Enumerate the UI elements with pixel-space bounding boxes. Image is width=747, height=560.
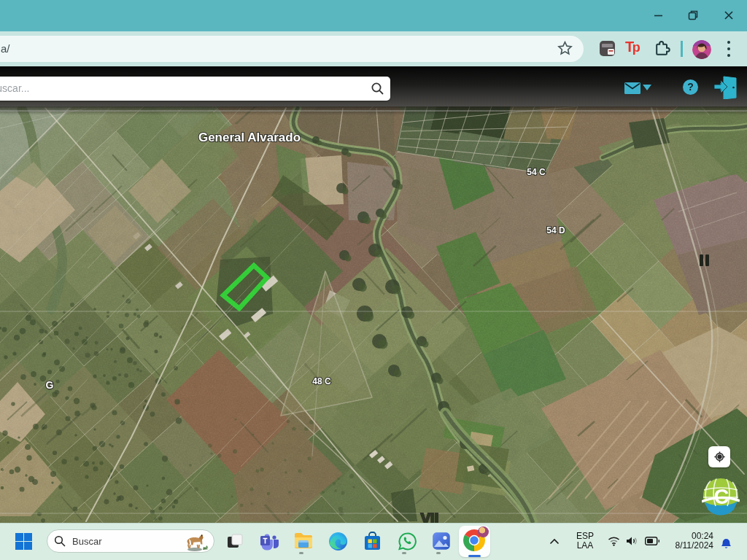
svg-text:General Alvarado: General Alvarado (198, 131, 301, 144)
svg-text:54 D: 54 D (546, 225, 565, 236)
svg-text:C: C (714, 485, 729, 508)
svg-text:48 C: 48 C (312, 376, 331, 386)
svg-text:54 C: 54 C (527, 167, 546, 177)
svg-text:G: G (46, 379, 54, 391)
svg-text:VII: VII (421, 510, 438, 523)
